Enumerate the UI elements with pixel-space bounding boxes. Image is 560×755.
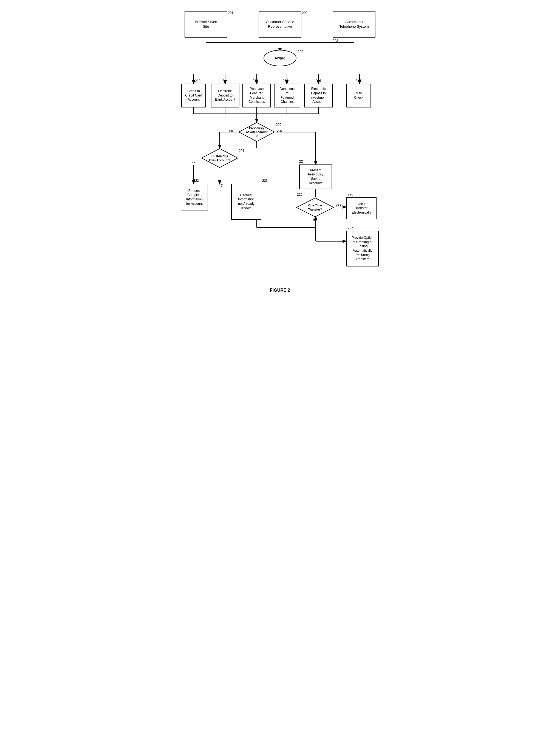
ref-220: 220 <box>276 123 281 127</box>
csr-box: Customer Service Representative <box>259 11 301 38</box>
elec-invest-box: Electronic Deposit to Investment Account <box>304 84 333 107</box>
execute-box: Execute Transfer Electronically <box>346 197 377 219</box>
flow-yes2: yes <box>221 183 226 187</box>
ref-202: 202 <box>302 11 307 15</box>
flow-yes3: yes <box>336 203 341 207</box>
ref-215: 215 <box>355 79 361 83</box>
figure-title: FIGURE 2 <box>270 288 290 293</box>
ref-222: 222 <box>193 179 199 183</box>
ref-221: 221 <box>239 149 244 153</box>
ref-225: 225 <box>297 193 302 197</box>
ref-224: 224 <box>299 160 305 163</box>
internet-box: Internet / Web Site <box>184 11 227 38</box>
ref-223: 223 <box>262 179 268 183</box>
ats-box: Automated Telephone System <box>333 11 376 38</box>
flow-no2: no <box>192 161 195 165</box>
flow-no3: no <box>313 218 317 222</box>
elec-bank-box: Electronic Deposit to Bank Account <box>211 84 239 107</box>
ref-213: 213 <box>283 79 288 83</box>
ref-200: 200 <box>298 50 303 54</box>
merch-box: Purchase Featured Merchant Certificates <box>242 84 271 107</box>
cust-own-diamond: Customer's Own Account? <box>201 148 238 168</box>
present-box: Present Previously Saved Accounts <box>299 164 332 189</box>
donations-box: Donations to Featured Charities <box>274 84 300 107</box>
prev-saved-diamond: Previously Saved Account ? <box>238 122 275 142</box>
mail-box: Mail Check <box>346 84 371 107</box>
ref-211: 211 <box>222 79 228 83</box>
award-ellipse: Award <box>263 50 297 66</box>
req-info-box: Request Information not Already Known <box>231 184 261 220</box>
ref-226: 226 <box>348 192 353 196</box>
ref-227: 227 <box>348 226 353 230</box>
ref-210: 210 <box>195 79 200 83</box>
flow-no1: no <box>229 129 233 133</box>
ref-212: 212 <box>253 79 258 83</box>
credit-box: Credit to Credit Card Account <box>181 84 206 107</box>
ref-214: 214 <box>316 79 321 83</box>
provide-box: Provide Option of Creating or Editing Au… <box>346 231 379 266</box>
ref-201: 201 <box>228 11 233 15</box>
one-time-diamond: One Time Transfer? <box>296 197 334 218</box>
req-complete-box: Request Complete Information for Account <box>181 184 208 211</box>
ref-203: 203 <box>333 39 338 43</box>
flow-yes1: yes <box>277 129 282 133</box>
